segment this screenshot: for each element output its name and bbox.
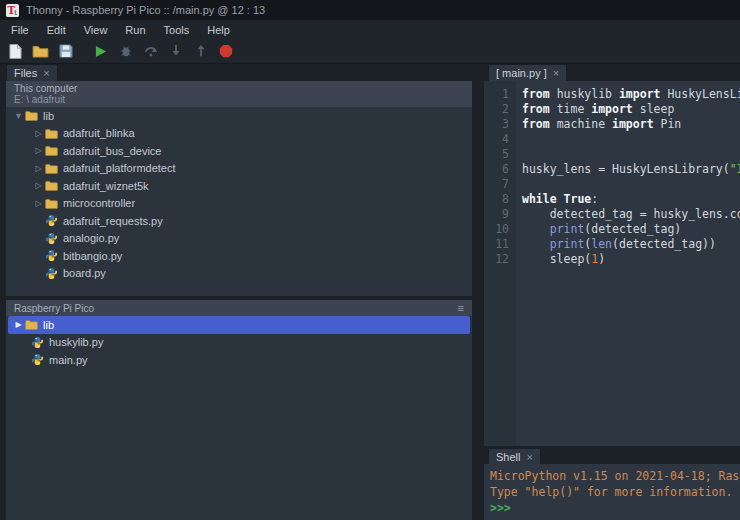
code-area[interactable]: from huskylib import HuskyLensLibrary fr… bbox=[516, 81, 740, 267]
tab-main-py[interactable]: [ main.py ] × bbox=[488, 64, 567, 81]
new-file-icon bbox=[9, 44, 22, 59]
menu-view[interactable]: View bbox=[75, 22, 117, 38]
step-into-icon bbox=[169, 44, 183, 58]
toolbar bbox=[0, 39, 740, 64]
tab-files-close-icon[interactable]: × bbox=[43, 68, 49, 79]
tree-item-label: adafruit_wiznet5k bbox=[63, 180, 149, 192]
code-line: print(detected_tag) bbox=[522, 222, 740, 237]
tab-shell[interactable]: Shell × bbox=[488, 448, 541, 465]
code-line bbox=[522, 132, 740, 147]
code-token: machine bbox=[557, 117, 612, 131]
tree-item-adafruit-requests-py[interactable]: adafruit_requests.py bbox=[6, 212, 472, 230]
python-file-icon bbox=[45, 267, 58, 280]
code-token: time bbox=[557, 102, 592, 116]
menu-run[interactable]: Run bbox=[116, 22, 154, 38]
code-token: print bbox=[550, 237, 585, 251]
tab-shell-close-icon[interactable]: × bbox=[526, 452, 532, 463]
save-file-button[interactable] bbox=[55, 41, 76, 62]
collapse-arrow-icon[interactable]: ▼ bbox=[12, 111, 25, 121]
shell-output-line: Type "help()" for more information. bbox=[490, 484, 740, 500]
device-tree-item-main-py[interactable]: main.py bbox=[6, 351, 472, 369]
shell-prompt[interactable]: >>> bbox=[490, 500, 740, 516]
code-line: from time import sleep bbox=[522, 102, 740, 117]
titlebar: T t Thonny - Raspberry Pi Pico :: /main.… bbox=[0, 0, 740, 20]
open-file-button[interactable] bbox=[30, 41, 51, 62]
code-token: sleep bbox=[640, 102, 675, 116]
debug-bug-icon bbox=[119, 44, 133, 58]
expand-arrow-icon[interactable]: ▷ bbox=[32, 199, 45, 208]
code-token: print bbox=[550, 222, 585, 236]
run-script-button[interactable] bbox=[90, 41, 111, 62]
tree-item-adafruit-blinka[interactable]: ▷ adafruit_blinka bbox=[6, 125, 472, 143]
shell-output-line: MicroPython v1.15 on 2021-04-18; Raspber… bbox=[490, 468, 740, 484]
step-out-icon bbox=[194, 44, 208, 58]
python-file-icon bbox=[31, 353, 44, 366]
code-token bbox=[522, 237, 550, 251]
step-over-button[interactable] bbox=[140, 41, 161, 62]
tree-item-microcontroller[interactable]: ▷ microcontroller bbox=[6, 195, 472, 213]
code-token: (detected_tag)) bbox=[612, 237, 716, 251]
tree-item-label: adafruit_requests.py bbox=[63, 215, 163, 227]
debug-script-button[interactable] bbox=[115, 41, 136, 62]
tab-files[interactable]: Files × bbox=[6, 64, 58, 81]
expand-arrow-icon[interactable]: ▷ bbox=[32, 129, 45, 138]
folder-icon bbox=[45, 145, 58, 156]
code-token: detected_tag = husky_lens.command_reques… bbox=[522, 207, 740, 221]
tree-item-label: huskylib.py bbox=[49, 336, 103, 348]
python-file-icon bbox=[45, 214, 58, 227]
menubar: File Edit View Run Tools Help bbox=[0, 20, 740, 39]
menu-file[interactable]: File bbox=[2, 22, 38, 38]
folder-icon bbox=[45, 163, 58, 174]
folder-icon bbox=[45, 128, 58, 139]
shell-panel[interactable]: MicroPython v1.15 on 2021-04-18; Raspber… bbox=[484, 464, 740, 520]
step-into-button[interactable] bbox=[165, 41, 186, 62]
expand-arrow-icon[interactable]: ▷ bbox=[32, 181, 45, 190]
folder-icon bbox=[25, 110, 38, 121]
expand-arrow-icon[interactable]: ▷ bbox=[32, 164, 45, 173]
panel-menu-icon[interactable]: ≡ bbox=[458, 302, 464, 314]
tree-item-analogio-py[interactable]: analogio.py bbox=[6, 230, 472, 248]
code-editor[interactable]: 12 34 56 78 910 1112 from huskylib impor… bbox=[484, 81, 740, 446]
svg-text:t: t bbox=[14, 7, 17, 16]
device-tree-item-lib[interactable]: ▶ lib bbox=[8, 316, 470, 334]
code-line: from machine import Pin bbox=[522, 117, 740, 132]
step-out-button[interactable] bbox=[190, 41, 211, 62]
tree-item-label: board.py bbox=[63, 267, 106, 279]
tree-item-board-py[interactable]: board.py bbox=[6, 265, 472, 283]
stop-sign-icon bbox=[219, 44, 233, 58]
tree-item-adafruit-bus-device[interactable]: ▷ adafruit_bus_device bbox=[6, 142, 472, 160]
code-token: HuskyLensLibrary bbox=[667, 87, 740, 101]
tree-item-label: lib bbox=[43, 110, 54, 122]
code-token: True bbox=[564, 192, 592, 206]
python-file-icon bbox=[45, 249, 58, 262]
tree-item-bitbangio-py[interactable]: bitbangio.py bbox=[6, 247, 472, 265]
device-tree-item-huskylib-py[interactable]: huskylib.py bbox=[6, 334, 472, 352]
tree-item-adafruit-platformdetect[interactable]: ▷ adafruit_platformdetect bbox=[6, 160, 472, 178]
tab-main-py-close-icon[interactable]: × bbox=[553, 68, 559, 79]
stop-restart-button[interactable] bbox=[215, 41, 236, 62]
menu-edit[interactable]: Edit bbox=[38, 22, 75, 38]
thonny-logo-icon: T t bbox=[6, 4, 19, 17]
this-computer-title: This computer bbox=[14, 83, 464, 94]
code-line: husky_lens = HuskyLensLibrary("I2C" bbox=[522, 162, 740, 177]
expand-arrow-icon[interactable]: ▶ bbox=[12, 320, 25, 329]
code-token bbox=[522, 222, 550, 236]
new-file-button[interactable] bbox=[5, 41, 26, 62]
window-title: Thonny - Raspberry Pi Pico :: /main.py @… bbox=[26, 4, 265, 16]
code-token: ) bbox=[598, 252, 605, 266]
tree-item-label: lib bbox=[43, 319, 54, 331]
tree-item-lib[interactable]: ▼ lib bbox=[6, 107, 472, 125]
code-token: Pin bbox=[660, 117, 681, 131]
code-line bbox=[522, 147, 740, 162]
menu-help[interactable]: Help bbox=[198, 22, 239, 38]
save-icon bbox=[59, 44, 73, 58]
code-token: import bbox=[619, 87, 667, 101]
menu-tools[interactable]: Tools bbox=[155, 22, 199, 38]
code-token: import bbox=[591, 102, 639, 116]
code-line: from huskylib import HuskyLensLibrary bbox=[522, 87, 740, 102]
tree-item-label: adafruit_bus_device bbox=[63, 145, 161, 157]
python-file-icon bbox=[45, 232, 58, 245]
expand-arrow-icon[interactable]: ▷ bbox=[32, 146, 45, 155]
tab-main-py-label: [ main.py ] bbox=[496, 67, 547, 79]
tree-item-adafruit-wiznet5k[interactable]: ▷ adafruit_wiznet5k bbox=[6, 177, 472, 195]
